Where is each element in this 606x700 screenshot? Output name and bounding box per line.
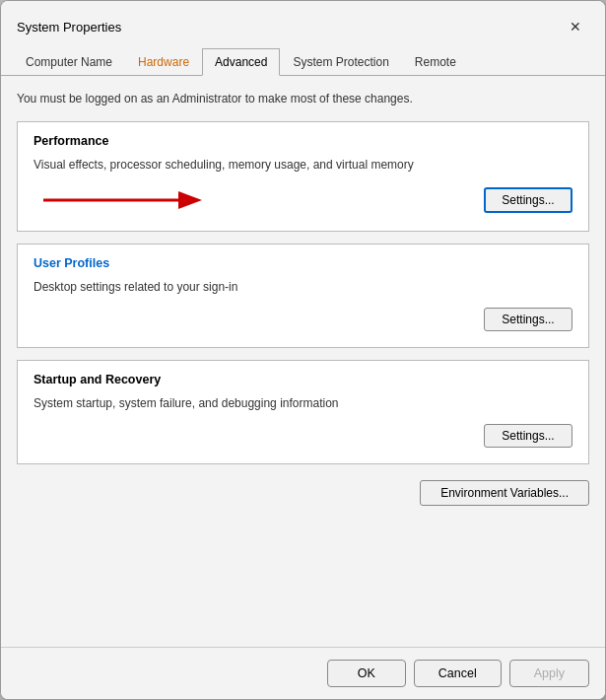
apply-button[interactable]: Apply <box>509 660 589 687</box>
startup-recovery-settings-button[interactable]: Settings... <box>484 424 572 448</box>
user-profiles-description: Desktop settings related to your sign-in <box>34 280 572 294</box>
performance-settings-button[interactable]: Settings... <box>484 187 572 213</box>
user-profiles-title: User Profiles <box>34 256 572 270</box>
cancel-button[interactable]: Cancel <box>414 660 502 687</box>
ok-button[interactable]: OK <box>327 660 406 687</box>
env-variables-row: Environment Variables... <box>17 480 589 506</box>
tab-computer-name[interactable]: Computer Name <box>13 48 125 76</box>
startup-recovery-description: System startup, system failure, and debu… <box>34 396 572 410</box>
user-profiles-section: User Profiles Desktop settings related t… <box>17 244 589 348</box>
startup-recovery-settings-row: Settings... <box>34 424 572 448</box>
tab-system-protection[interactable]: System Protection <box>280 48 401 76</box>
user-profiles-settings-button[interactable]: Settings... <box>484 308 572 331</box>
performance-description: Visual effects, processor scheduling, me… <box>34 158 572 172</box>
system-properties-dialog: System Properties ✕ Computer Name Hardwa… <box>0 0 606 700</box>
tab-hardware[interactable]: Hardware <box>125 48 202 76</box>
user-profiles-settings-row: Settings... <box>34 308 572 331</box>
tab-remote[interactable]: Remote <box>402 48 469 76</box>
performance-section: Performance Visual effects, processor sc… <box>17 121 589 232</box>
content-area: You must be logged on as an Administrato… <box>1 76 605 647</box>
close-button[interactable]: ✕ <box>562 13 589 40</box>
window-title: System Properties <box>17 20 121 35</box>
tab-advanced[interactable]: Advanced <box>202 48 280 76</box>
environment-variables-button[interactable]: Environment Variables... <box>420 480 589 506</box>
startup-recovery-title: Startup and Recovery <box>34 373 572 386</box>
performance-settings-row: Settings... <box>34 185 572 215</box>
admin-info-text: You must be logged on as an Administrato… <box>17 92 589 105</box>
performance-title: Performance <box>34 134 572 148</box>
footer-bar: OK Cancel Apply <box>1 647 605 699</box>
title-bar: System Properties ✕ <box>1 1 605 48</box>
startup-recovery-section: Startup and Recovery System startup, sys… <box>17 360 589 464</box>
tab-bar: Computer Name Hardware Advanced System P… <box>1 48 605 76</box>
red-arrow-icon <box>34 185 472 215</box>
